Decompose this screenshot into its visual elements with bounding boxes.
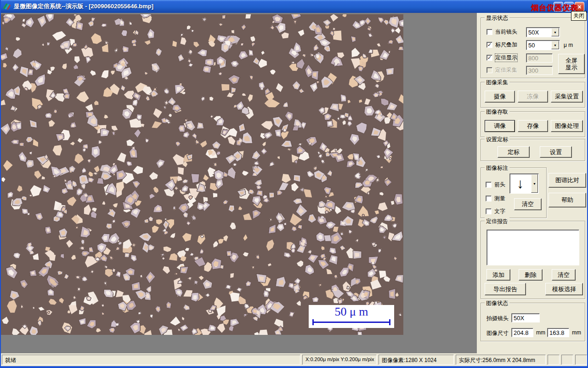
- text-checkbox-icon[interactable]: [486, 208, 492, 214]
- ruler-combobox-value: 50: [526, 40, 551, 50]
- checkbox-ruler-overlay[interactable]: ✓ 标尺叠加: [486, 41, 517, 49]
- statusbar-empty-2: [561, 355, 573, 365]
- group-report: 定倍报告 添加 删除 清空 导出报告 模板选择: [481, 221, 585, 299]
- capture-settings-button[interactable]: 采集设置: [551, 91, 583, 103]
- ruler-label: 标尺叠加: [495, 41, 517, 49]
- annotation-clear-button[interactable]: 清空: [514, 198, 542, 210]
- shoot-button[interactable]: 摄像: [485, 91, 515, 103]
- close-tooltip: 关闭: [571, 11, 587, 21]
- fixed-capture-label: 定倍采集: [495, 66, 517, 74]
- status-bar: 就绪 X:0.200μ m/pix Y:0.200μ m/pix 图像像素:12…: [1, 353, 587, 366]
- export-report-button[interactable]: 导出报告: [485, 283, 526, 295]
- group-annotation: 图像标注 箭头 测量 文字 ↓ ▼ 清空: [481, 167, 547, 218]
- image-process-button[interactable]: 图像处理: [551, 120, 583, 132]
- help-button[interactable]: 帮助: [548, 193, 586, 207]
- fixed-capture-input: [526, 66, 553, 75]
- current-lens-checkbox-icon[interactable]: [486, 29, 492, 35]
- app-window: 显微图像定倍系统--演示版 - [20090602055646.bmp] × 烟…: [0, 0, 588, 368]
- image-size-label: 图像尺寸: [486, 329, 509, 337]
- image-width-field[interactable]: [511, 328, 533, 337]
- image-height-field[interactable]: [547, 328, 569, 337]
- save-image-button[interactable]: 存像: [518, 120, 548, 132]
- arrow-style-icon: ↓: [510, 174, 531, 193]
- current-lens-label: 当前镜头: [495, 28, 517, 36]
- scale-bar-label: 50 μ m: [334, 305, 368, 319]
- micrograph-canvas: [1, 14, 403, 335]
- fullscreen-button[interactable]: 全屏显示: [558, 54, 585, 74]
- statusbar-empty-1: [548, 355, 560, 365]
- image-height-unit: mm: [572, 329, 581, 336]
- ruler-combobox[interactable]: 50 ▼: [526, 40, 560, 50]
- shoot-lens-label: 拍摄镜头: [486, 315, 509, 322]
- arrow-checkbox-icon[interactable]: [486, 182, 492, 188]
- measure-checkbox-icon[interactable]: [486, 196, 492, 201]
- group-image-capture: 图像采集 摄像 冻像 采集设置: [481, 82, 585, 108]
- statusbar-size: 实际尺寸:256.0mm X 204.8mm: [456, 355, 546, 365]
- title-bar[interactable]: 显微图像定倍系统--演示版 - [20090602055646.bmp] × 烟…: [0, 0, 588, 13]
- checkbox-fixed-capture: 定倍采集: [486, 66, 517, 74]
- window-title: 显微图像定倍系统--演示版 - [20090602055646.bmp]: [14, 2, 153, 11]
- close-button[interactable]: ×: [575, 2, 584, 12]
- ruler-checkbox-icon[interactable]: ✓: [486, 42, 492, 48]
- load-image-button[interactable]: 调像: [485, 120, 515, 132]
- control-panel: 显示状态 当前镜头 50X ▼ ✓ 标尺叠加 50 ▼ μ m ✓ 定倍显示: [477, 13, 588, 353]
- ruler-unit-label: μ m: [564, 42, 573, 48]
- template-select-button[interactable]: 模板选择: [545, 283, 583, 295]
- ruler-dropdown-arrow-icon[interactable]: ▼: [551, 41, 559, 49]
- restore-icon: [567, 6, 571, 9]
- calibration-settings-button[interactable]: 设置: [540, 146, 572, 158]
- restore-button[interactable]: [564, 2, 574, 12]
- checkbox-arrow[interactable]: 箭头: [486, 181, 505, 189]
- measure-label: 测量: [494, 195, 505, 202]
- fixed-display-checkbox-icon[interactable]: ✓: [486, 55, 492, 61]
- fixed-display-label: 定倍显示: [495, 54, 517, 62]
- lens-combobox[interactable]: 50X ▼: [526, 27, 560, 37]
- minimize-icon: [557, 8, 560, 10]
- arrow-style-dropdown-icon[interactable]: ▼: [531, 174, 538, 193]
- group-calibration-title: 设置定标: [485, 136, 509, 144]
- calibrate-button[interactable]: 定标: [498, 146, 530, 158]
- arrow-label: 箭头: [494, 181, 505, 189]
- shoot-lens-field[interactable]: [511, 313, 540, 322]
- atlas-compare-button[interactable]: 图谱比对: [548, 173, 586, 188]
- fixed-display-input: [526, 53, 553, 63]
- statusbar-ready: 就绪: [2, 355, 300, 365]
- lens-combobox-value: 50X: [526, 28, 551, 37]
- lens-dropdown-arrow-icon[interactable]: ▼: [551, 28, 559, 36]
- fixed-capture-checkbox-icon: [486, 67, 492, 73]
- window-bottom-border: [0, 366, 588, 368]
- group-image-status-title: 图像状态: [485, 299, 509, 307]
- group-image-status: 图像状态 拍摄镜头 图像尺寸 mm mm: [481, 303, 585, 341]
- scale-bar-line: [312, 319, 390, 325]
- close-icon: ×: [577, 3, 581, 11]
- image-viewport: 50 μ m: [1, 13, 477, 353]
- group-image-capture-title: 图像采集: [485, 79, 509, 86]
- report-clear-button[interactable]: 清空: [552, 269, 576, 281]
- statusbar-empty-3: [575, 355, 587, 365]
- report-delete-button[interactable]: 删除: [519, 269, 543, 281]
- report-add-button[interactable]: 添加: [486, 269, 510, 281]
- group-display-status: 显示状态 当前镜头 50X ▼ ✓ 标尺叠加 50 ▼ μ m ✓ 定倍显示: [481, 17, 585, 78]
- group-report-title: 定倍报告: [485, 218, 509, 225]
- group-calibration: 设置定标 定标 设置: [481, 139, 585, 161]
- app-icon: [3, 2, 11, 11]
- image-width-unit: mm: [536, 329, 545, 336]
- checkbox-text[interactable]: 文字: [486, 207, 505, 215]
- group-image-storage: 图像存取 调像 存像 图像处理: [481, 111, 585, 137]
- freeze-button: 冻像: [518, 91, 548, 103]
- group-display-status-title: 显示状态: [485, 14, 509, 22]
- report-listbox[interactable]: [486, 230, 579, 265]
- minimize-button[interactable]: [554, 2, 563, 12]
- group-image-storage-title: 图像存取: [485, 108, 509, 116]
- statusbar-scale: X:0.200μ m/pix Y:0.200μ m/pix: [302, 355, 377, 365]
- text-label: 文字: [494, 207, 505, 215]
- arrow-style-combobox[interactable]: ↓ ▼: [509, 173, 539, 194]
- group-annotation-title: 图像标注: [485, 164, 509, 172]
- statusbar-pixels: 图像像素:1280 X 1024: [379, 355, 454, 365]
- checkbox-current-lens[interactable]: 当前镜头: [486, 28, 517, 36]
- checkbox-fixed-display[interactable]: ✓ 定倍显示: [486, 54, 517, 62]
- scale-bar: 50 μ m: [309, 305, 394, 328]
- checkbox-measure[interactable]: 测量: [486, 195, 505, 202]
